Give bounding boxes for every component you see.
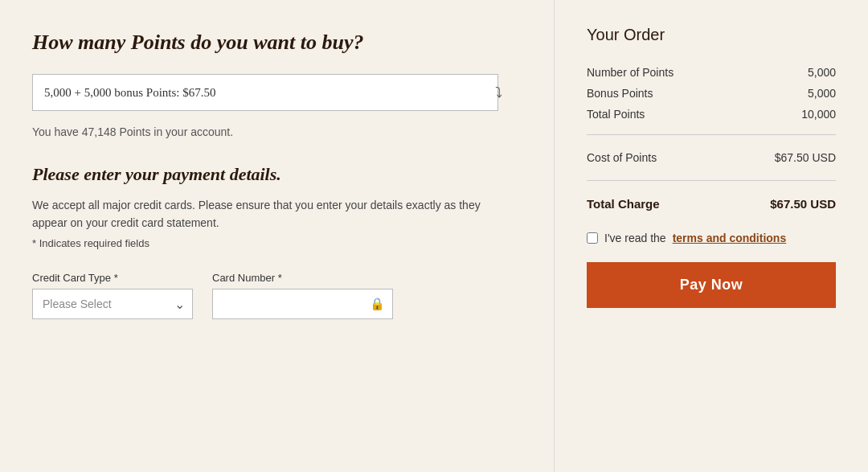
points-dropdown-wrapper: 5,000 + 5,000 bonus Points: $67.50 ⤵: [32, 74, 515, 111]
card-number-input[interactable]: [212, 289, 393, 319]
pay-now-button[interactable]: Pay Now: [587, 262, 836, 308]
terms-row: I've read the terms and conditions: [587, 232, 836, 244]
row-value: 5,000: [765, 83, 836, 104]
terms-conditions-link[interactable]: terms and conditions: [673, 232, 787, 244]
row-value: 10,000: [765, 104, 836, 125]
points-dropdown[interactable]: 5,000 + 5,000 bonus Points: $67.50: [32, 74, 498, 111]
order-divider-1: [587, 134, 836, 135]
card-number-input-wrapper: 🔒: [212, 289, 393, 319]
required-note: * Indicates required fields: [32, 237, 515, 249]
total-value: $67.50 USD: [718, 191, 836, 217]
order-table: Number of Points5,000Bonus Points5,000To…: [587, 62, 836, 125]
total-table: Total Charge $67.50 USD: [587, 191, 836, 217]
order-divider-2: [587, 180, 836, 181]
table-row: Bonus Points5,000: [587, 83, 836, 104]
left-panel: How many Points do you want to buy? 5,00…: [0, 0, 555, 472]
payment-heading: Please enter your payment details.: [32, 164, 515, 185]
row-label: Number of Points: [587, 62, 765, 83]
card-number-label: Card Number *: [212, 272, 393, 284]
total-label: Total Charge: [587, 191, 718, 217]
right-panel: Your Order Number of Points5,000Bonus Po…: [555, 0, 868, 472]
credit-card-type-group: Credit Card Type * Please Select ⌄: [32, 272, 193, 319]
form-row: Credit Card Type * Please Select ⌄ Card …: [32, 272, 515, 319]
row-label: Total Points: [587, 104, 765, 125]
credit-card-select[interactable]: Please Select: [32, 289, 193, 319]
row-value: 5,000: [765, 62, 836, 83]
table-row: Number of Points5,000: [587, 62, 836, 83]
terms-text: I've read the: [604, 232, 666, 244]
account-info: You have 47,148 Points in your account.: [32, 125, 515, 138]
credit-card-select-wrapper: Please Select ⌄: [32, 289, 193, 319]
table-row: Total Points10,000: [587, 104, 836, 125]
cost-table: Cost of Points $67.50 USD: [587, 145, 836, 170]
order-title: Your Order: [587, 26, 836, 44]
row-label: Bonus Points: [587, 83, 765, 104]
terms-checkbox[interactable]: [587, 232, 598, 244]
credit-card-type-label: Credit Card Type *: [32, 272, 193, 284]
card-number-group: Card Number * 🔒: [212, 272, 393, 319]
cost-label: Cost of Points: [587, 145, 719, 170]
cost-value: $67.50 USD: [719, 145, 836, 170]
payment-description: We accept all major credit cards. Please…: [32, 196, 482, 232]
lock-icon: 🔒: [370, 297, 385, 311]
main-question: How many Points do you want to buy?: [32, 29, 515, 56]
